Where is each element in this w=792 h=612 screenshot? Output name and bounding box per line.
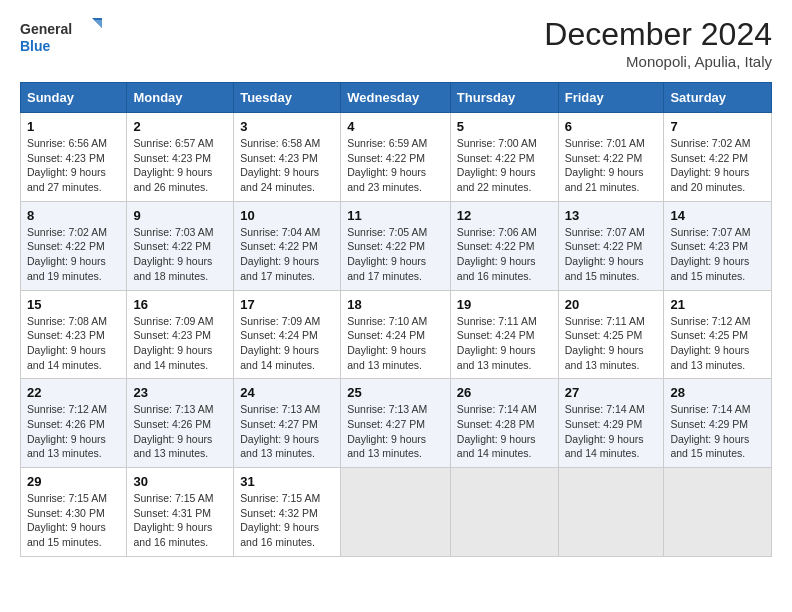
day-detail: Sunrise: 6:59 AMSunset: 4:22 PMDaylight:… bbox=[347, 136, 444, 195]
calendar-cell: 21Sunrise: 7:12 AMSunset: 4:25 PMDayligh… bbox=[664, 290, 772, 379]
svg-marker-3 bbox=[94, 20, 102, 28]
calendar-cell bbox=[450, 468, 558, 557]
calendar-cell: 5Sunrise: 7:00 AMSunset: 4:22 PMDaylight… bbox=[450, 113, 558, 202]
day-number: 4 bbox=[347, 119, 444, 134]
day-detail: Sunrise: 7:13 AMSunset: 4:26 PMDaylight:… bbox=[133, 402, 227, 461]
calendar-week-row: 22Sunrise: 7:12 AMSunset: 4:26 PMDayligh… bbox=[21, 379, 772, 468]
calendar-cell: 16Sunrise: 7:09 AMSunset: 4:23 PMDayligh… bbox=[127, 290, 234, 379]
day-number: 12 bbox=[457, 208, 552, 223]
day-number: 21 bbox=[670, 297, 765, 312]
weekday-header: Wednesday bbox=[341, 83, 451, 113]
calendar-cell: 15Sunrise: 7:08 AMSunset: 4:23 PMDayligh… bbox=[21, 290, 127, 379]
weekday-header: Saturday bbox=[664, 83, 772, 113]
day-number: 28 bbox=[670, 385, 765, 400]
calendar-cell: 28Sunrise: 7:14 AMSunset: 4:29 PMDayligh… bbox=[664, 379, 772, 468]
day-detail: Sunrise: 7:14 AMSunset: 4:29 PMDaylight:… bbox=[670, 402, 765, 461]
day-detail: Sunrise: 7:05 AMSunset: 4:22 PMDaylight:… bbox=[347, 225, 444, 284]
day-number: 13 bbox=[565, 208, 658, 223]
calendar-cell: 26Sunrise: 7:14 AMSunset: 4:28 PMDayligh… bbox=[450, 379, 558, 468]
day-number: 18 bbox=[347, 297, 444, 312]
title-block: December 2024 Monopoli, Apulia, Italy bbox=[544, 16, 772, 70]
day-detail: Sunrise: 7:01 AMSunset: 4:22 PMDaylight:… bbox=[565, 136, 658, 195]
day-detail: Sunrise: 7:06 AMSunset: 4:22 PMDaylight:… bbox=[457, 225, 552, 284]
day-detail: Sunrise: 7:11 AMSunset: 4:24 PMDaylight:… bbox=[457, 314, 552, 373]
calendar-cell: 14Sunrise: 7:07 AMSunset: 4:23 PMDayligh… bbox=[664, 201, 772, 290]
weekday-header: Thursday bbox=[450, 83, 558, 113]
calendar-cell: 6Sunrise: 7:01 AMSunset: 4:22 PMDaylight… bbox=[558, 113, 664, 202]
calendar-cell: 10Sunrise: 7:04 AMSunset: 4:22 PMDayligh… bbox=[234, 201, 341, 290]
calendar-cell: 27Sunrise: 7:14 AMSunset: 4:29 PMDayligh… bbox=[558, 379, 664, 468]
day-number: 24 bbox=[240, 385, 334, 400]
calendar-cell: 3Sunrise: 6:58 AMSunset: 4:23 PMDaylight… bbox=[234, 113, 341, 202]
day-detail: Sunrise: 7:15 AMSunset: 4:30 PMDaylight:… bbox=[27, 491, 120, 550]
calendar-cell: 9Sunrise: 7:03 AMSunset: 4:22 PMDaylight… bbox=[127, 201, 234, 290]
day-number: 6 bbox=[565, 119, 658, 134]
day-number: 26 bbox=[457, 385, 552, 400]
weekday-header: Sunday bbox=[21, 83, 127, 113]
day-detail: Sunrise: 6:57 AMSunset: 4:23 PMDaylight:… bbox=[133, 136, 227, 195]
day-number: 23 bbox=[133, 385, 227, 400]
day-detail: Sunrise: 7:02 AMSunset: 4:22 PMDaylight:… bbox=[670, 136, 765, 195]
calendar-cell: 7Sunrise: 7:02 AMSunset: 4:22 PMDaylight… bbox=[664, 113, 772, 202]
calendar-cell: 17Sunrise: 7:09 AMSunset: 4:24 PMDayligh… bbox=[234, 290, 341, 379]
page-title: December 2024 bbox=[544, 16, 772, 53]
day-detail: Sunrise: 7:11 AMSunset: 4:25 PMDaylight:… bbox=[565, 314, 658, 373]
calendar-cell: 4Sunrise: 6:59 AMSunset: 4:22 PMDaylight… bbox=[341, 113, 451, 202]
page-header: General Blue December 2024 Monopoli, Apu… bbox=[20, 16, 772, 70]
calendar-week-row: 8Sunrise: 7:02 AMSunset: 4:22 PMDaylight… bbox=[21, 201, 772, 290]
day-number: 30 bbox=[133, 474, 227, 489]
calendar-cell: 12Sunrise: 7:06 AMSunset: 4:22 PMDayligh… bbox=[450, 201, 558, 290]
calendar-cell: 24Sunrise: 7:13 AMSunset: 4:27 PMDayligh… bbox=[234, 379, 341, 468]
day-detail: Sunrise: 7:12 AMSunset: 4:26 PMDaylight:… bbox=[27, 402, 120, 461]
day-detail: Sunrise: 7:03 AMSunset: 4:22 PMDaylight:… bbox=[133, 225, 227, 284]
weekday-header: Monday bbox=[127, 83, 234, 113]
calendar-table: SundayMondayTuesdayWednesdayThursdayFrid… bbox=[20, 82, 772, 557]
day-detail: Sunrise: 7:14 AMSunset: 4:28 PMDaylight:… bbox=[457, 402, 552, 461]
calendar-week-row: 15Sunrise: 7:08 AMSunset: 4:23 PMDayligh… bbox=[21, 290, 772, 379]
calendar-cell: 1Sunrise: 6:56 AMSunset: 4:23 PMDaylight… bbox=[21, 113, 127, 202]
day-detail: Sunrise: 7:02 AMSunset: 4:22 PMDaylight:… bbox=[27, 225, 120, 284]
day-number: 27 bbox=[565, 385, 658, 400]
day-number: 17 bbox=[240, 297, 334, 312]
logo: General Blue bbox=[20, 16, 110, 61]
day-number: 1 bbox=[27, 119, 120, 134]
day-detail: Sunrise: 7:15 AMSunset: 4:31 PMDaylight:… bbox=[133, 491, 227, 550]
logo-svg: General Blue bbox=[20, 16, 110, 61]
day-number: 10 bbox=[240, 208, 334, 223]
day-number: 9 bbox=[133, 208, 227, 223]
day-number: 7 bbox=[670, 119, 765, 134]
day-number: 11 bbox=[347, 208, 444, 223]
day-detail: Sunrise: 7:10 AMSunset: 4:24 PMDaylight:… bbox=[347, 314, 444, 373]
calendar-week-row: 29Sunrise: 7:15 AMSunset: 4:30 PMDayligh… bbox=[21, 468, 772, 557]
day-detail: Sunrise: 7:00 AMSunset: 4:22 PMDaylight:… bbox=[457, 136, 552, 195]
calendar-cell: 29Sunrise: 7:15 AMSunset: 4:30 PMDayligh… bbox=[21, 468, 127, 557]
day-detail: Sunrise: 7:14 AMSunset: 4:29 PMDaylight:… bbox=[565, 402, 658, 461]
calendar-cell: 8Sunrise: 7:02 AMSunset: 4:22 PMDaylight… bbox=[21, 201, 127, 290]
weekday-header: Friday bbox=[558, 83, 664, 113]
calendar-cell bbox=[341, 468, 451, 557]
calendar-cell: 18Sunrise: 7:10 AMSunset: 4:24 PMDayligh… bbox=[341, 290, 451, 379]
day-number: 2 bbox=[133, 119, 227, 134]
day-detail: Sunrise: 7:13 AMSunset: 4:27 PMDaylight:… bbox=[240, 402, 334, 461]
calendar-week-row: 1Sunrise: 6:56 AMSunset: 4:23 PMDaylight… bbox=[21, 113, 772, 202]
calendar-cell: 23Sunrise: 7:13 AMSunset: 4:26 PMDayligh… bbox=[127, 379, 234, 468]
day-detail: Sunrise: 7:12 AMSunset: 4:25 PMDaylight:… bbox=[670, 314, 765, 373]
day-detail: Sunrise: 7:13 AMSunset: 4:27 PMDaylight:… bbox=[347, 402, 444, 461]
day-detail: Sunrise: 7:09 AMSunset: 4:24 PMDaylight:… bbox=[240, 314, 334, 373]
day-number: 14 bbox=[670, 208, 765, 223]
calendar-cell: 31Sunrise: 7:15 AMSunset: 4:32 PMDayligh… bbox=[234, 468, 341, 557]
calendar-cell: 11Sunrise: 7:05 AMSunset: 4:22 PMDayligh… bbox=[341, 201, 451, 290]
calendar-cell: 30Sunrise: 7:15 AMSunset: 4:31 PMDayligh… bbox=[127, 468, 234, 557]
calendar-cell bbox=[558, 468, 664, 557]
day-detail: Sunrise: 7:07 AMSunset: 4:22 PMDaylight:… bbox=[565, 225, 658, 284]
day-detail: Sunrise: 6:58 AMSunset: 4:23 PMDaylight:… bbox=[240, 136, 334, 195]
calendar-cell: 22Sunrise: 7:12 AMSunset: 4:26 PMDayligh… bbox=[21, 379, 127, 468]
day-number: 29 bbox=[27, 474, 120, 489]
day-number: 19 bbox=[457, 297, 552, 312]
day-detail: Sunrise: 7:09 AMSunset: 4:23 PMDaylight:… bbox=[133, 314, 227, 373]
day-detail: Sunrise: 7:07 AMSunset: 4:23 PMDaylight:… bbox=[670, 225, 765, 284]
day-number: 20 bbox=[565, 297, 658, 312]
day-number: 15 bbox=[27, 297, 120, 312]
day-number: 16 bbox=[133, 297, 227, 312]
day-number: 3 bbox=[240, 119, 334, 134]
